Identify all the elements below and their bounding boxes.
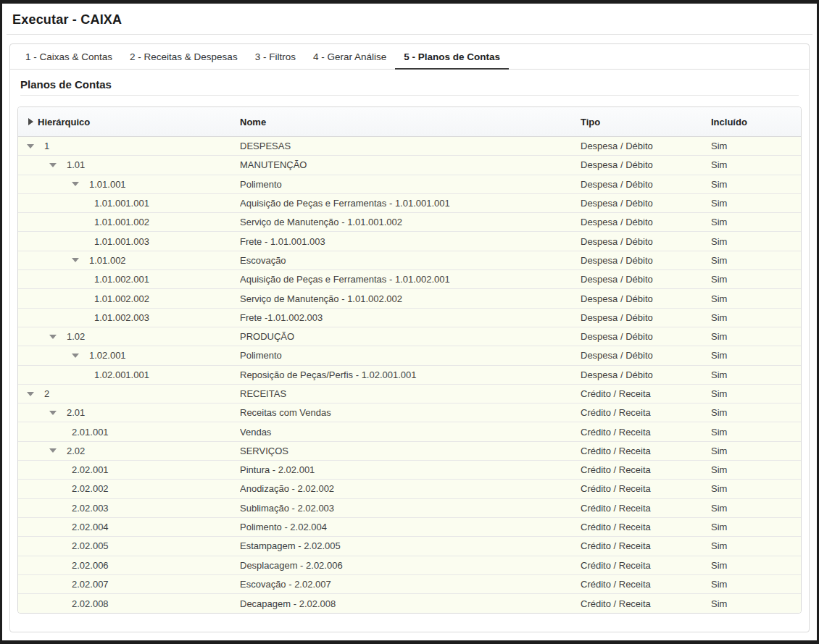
account-name: Receitas com Vendas <box>240 407 581 418</box>
tab-gerar-analise[interactable]: 4 - Gerar Análise <box>304 44 395 69</box>
account-included: Sim <box>711 255 801 266</box>
account-name: SERVIÇOS <box>240 446 581 456</box>
account-name: MANUTENÇÃO <box>240 159 581 170</box>
account-name: Pintura - 2.02.001 <box>240 464 581 475</box>
triangle-down-icon[interactable] <box>27 392 34 396</box>
accounts-tree-table: Hierárquico Nome Tipo Incluído 1 DESPESA… <box>17 106 802 614</box>
account-type: Crédito / Receita <box>581 388 711 399</box>
table-row[interactable]: 1.01.002.001 Aquisição de Peças e Ferram… <box>18 270 801 289</box>
column-header-nome[interactable]: Nome <box>240 117 581 127</box>
table-row[interactable]: 2.02.004 Polimento - 2.02.004 Crédito / … <box>18 518 801 537</box>
account-name: Aquisição de Peças e Ferramentas - 1.01.… <box>240 198 581 209</box>
account-included: Sim <box>711 579 801 590</box>
hierarchy-cell: 2.01.001 <box>18 427 240 438</box>
account-type: Crédito / Receita <box>581 464 711 475</box>
table-row[interactable]: 1.01.001.003 Frete - 1.01.001.003 Despes… <box>18 232 801 251</box>
tab-caixas-contas[interactable]: 1 - Caixas & Contas <box>17 44 121 69</box>
table-row[interactable]: 2.02.005 Estampagem - 2.02.005 Crédito /… <box>18 537 801 556</box>
table-row[interactable]: 1.01.001.001 Aquisição de Peças e Ferram… <box>18 194 801 213</box>
table-row[interactable]: 1 DESPESAS Despesa / Débito Sim <box>18 137 801 156</box>
account-included: Sim <box>711 331 801 342</box>
hierarchy-cell: 1.02 <box>18 331 240 342</box>
hierarchy-cell: 1.02.001 <box>18 350 240 361</box>
table-row[interactable]: 1.01.001.002 Serviço de Manutenção - 1.0… <box>18 213 801 232</box>
hierarchy-cell: 2.02.002 <box>18 483 240 494</box>
triangle-down-icon[interactable] <box>72 258 79 262</box>
table-row[interactable]: 1.01 MANUTENÇÃO Despesa / Débito Sim <box>18 156 801 175</box>
title-divider <box>7 34 812 35</box>
table-row[interactable]: 2.02.006 Desplacagem - 2.02.006 Crédito … <box>18 556 801 575</box>
account-name: PRODUÇÃO <box>240 331 581 342</box>
table-row[interactable]: 1.01.001 Polimento Despesa / Débito Sim <box>18 175 801 194</box>
table-row[interactable]: 2.01 Receitas com Vendas Crédito / Recei… <box>18 403 801 422</box>
table-row[interactable]: 1.02 PRODUÇÃO Despesa / Débito Sim <box>18 327 801 346</box>
column-header-incluido[interactable]: Incluído <box>711 117 801 127</box>
account-code: 1.01.002.002 <box>94 293 149 304</box>
hierarchy-cell: 1.02.001.001 <box>18 369 240 380</box>
triangle-down-icon[interactable] <box>27 144 34 149</box>
triangle-down-icon[interactable] <box>49 335 57 339</box>
triangle-down-icon[interactable] <box>49 448 57 453</box>
tab-filtros[interactable]: 3 - Filtros <box>246 44 304 69</box>
tab-receitas-despesas[interactable]: 2 - Receitas & Despesas <box>121 44 246 69</box>
account-code: 1 <box>44 141 49 151</box>
account-type: Despesa / Débito <box>581 198 711 209</box>
triangle-right-icon[interactable] <box>28 118 33 125</box>
account-code: 2.02.003 <box>72 503 109 514</box>
account-code: 2.02.006 <box>72 560 109 571</box>
triangle-down-icon[interactable] <box>72 354 79 358</box>
table-row[interactable]: 1.02.001.001 Reposição de Peças/Perfis -… <box>18 366 801 385</box>
tab-planos-de-contas[interactable]: 5 - Planos de Contas <box>395 44 509 69</box>
account-type: Crédito / Receita <box>581 522 711 532</box>
table-row[interactable]: 2.02.008 Decapagem - 2.02.008 Crédito / … <box>18 594 801 613</box>
account-type: Despesa / Débito <box>581 312 711 323</box>
account-code: 2.01 <box>67 407 85 418</box>
table-row[interactable]: 1.01.002.003 Frete -1.01.002.003 Despesa… <box>18 309 801 327</box>
table-row[interactable]: 2.02 SERVIÇOS Crédito / Receita Sim <box>18 442 801 461</box>
account-code: 1.01.002.003 <box>94 312 149 323</box>
account-name: Escovação <box>240 255 581 266</box>
column-header-tipo[interactable]: Tipo <box>581 117 711 127</box>
table-row[interactable]: 2 RECEITAS Crédito / Receita Sim <box>18 385 801 403</box>
table-row[interactable]: 1.01.002.002 Serviço de Manutenção - 1.0… <box>18 289 801 308</box>
section-divider <box>20 95 799 96</box>
table-row[interactable]: 2.02.007 Escovação - 2.02.007 Crédito / … <box>18 575 801 594</box>
account-name: Polimento <box>240 350 581 361</box>
account-type: Despesa / Débito <box>581 255 711 266</box>
table-row[interactable]: 2.02.001 Pintura - 2.02.001 Crédito / Re… <box>18 461 801 480</box>
hierarchy-cell: 1.01.002.001 <box>18 274 240 285</box>
account-name: DESPESAS <box>240 141 581 151</box>
hierarchy-cell: 1.01 <box>18 159 240 170</box>
triangle-down-icon[interactable] <box>49 411 57 415</box>
triangle-down-icon[interactable] <box>72 182 79 186</box>
account-included: Sim <box>711 560 801 571</box>
account-included: Sim <box>711 350 801 361</box>
account-name: Serviço de Manutenção - 1.01.002.002 <box>240 293 581 304</box>
hierarchy-cell: 1.01.002 <box>18 255 240 266</box>
account-type: Despesa / Débito <box>581 331 711 342</box>
table-row[interactable]: 1.01.002 Escovação Despesa / Débito Sim <box>18 251 801 270</box>
account-included: Sim <box>711 217 801 227</box>
account-type: Despesa / Débito <box>581 350 711 361</box>
table-header-row: Hierárquico Nome Tipo Incluído <box>18 107 801 137</box>
account-type: Crédito / Receita <box>581 427 711 438</box>
account-code: 1.01 <box>67 159 85 170</box>
table-row[interactable]: 2.02.002 Anodização - 2.02.002 Crédito /… <box>18 480 801 498</box>
account-code: 1.01.001.001 <box>94 198 149 209</box>
table-row[interactable]: 2.01.001 Vendas Crédito / Receita Sim <box>18 422 801 441</box>
column-header-hierarquico[interactable]: Hierárquico <box>18 117 240 127</box>
account-type: Crédito / Receita <box>581 407 711 418</box>
account-included: Sim <box>711 540 801 551</box>
hierarchy-cell: 1.01.001.001 <box>18 198 240 209</box>
account-code: 1.02 <box>67 331 85 342</box>
account-name: Escovação - 2.02.007 <box>240 579 581 590</box>
account-type: Despesa / Débito <box>581 369 711 380</box>
hierarchy-cell: 2.02.004 <box>18 522 240 532</box>
table-row[interactable]: 2.02.003 Sublimação - 2.02.003 Crédito /… <box>18 499 801 518</box>
account-type: Despesa / Débito <box>581 159 711 170</box>
account-code: 1.01.001.002 <box>94 217 149 227</box>
account-name: RECEITAS <box>240 388 581 399</box>
triangle-down-icon[interactable] <box>49 163 57 167</box>
table-row[interactable]: 1.02.001 Polimento Despesa / Débito Sim <box>18 346 801 365</box>
account-name: Desplacagem - 2.02.006 <box>240 560 581 571</box>
